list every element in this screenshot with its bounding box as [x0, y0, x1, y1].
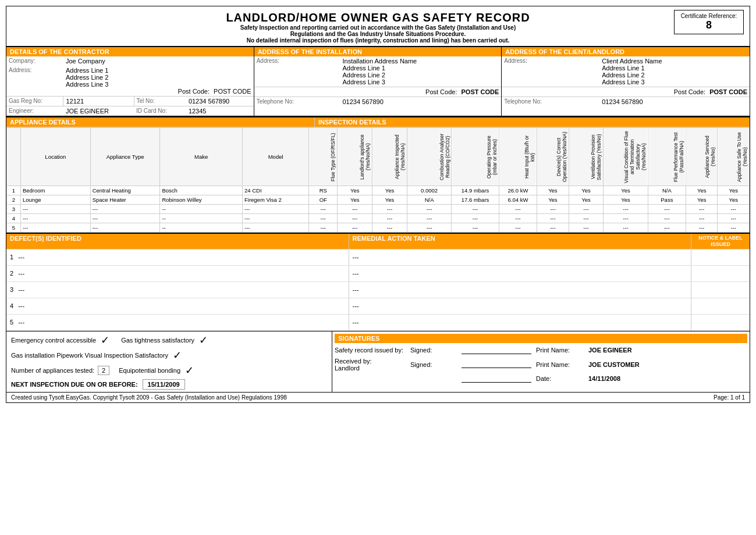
check-mark-2: ✓	[199, 334, 208, 347]
company-value: Joe Company	[63, 56, 254, 66]
checks-left: Emergency control accessible ✓ Gas tight…	[6, 331, 332, 392]
table-row: Post Code: POST CODE	[254, 87, 502, 97]
notice-cell	[691, 249, 750, 265]
page-title: LANDLORD/HOME OWNER GAS SAFETY RECORD	[6, 11, 750, 24]
next-inspection-label: NEXT INSPECTION DUE ON OR BEFORE:	[11, 381, 138, 388]
col-appliance-safe: Appliance Safe To Use (Yes/No)	[718, 128, 750, 186]
cert-ref-label: Certificate Reference:	[679, 13, 739, 19]
signatures-header: SIGNATURES	[335, 334, 747, 343]
next-inspection-row: NEXT INSPECTION DUE ON OR BEFORE: 15/11/…	[11, 379, 327, 390]
col-flue-type: Flue Type (OF/RS/FL)	[309, 128, 338, 186]
client-postcode-label: Post Code:	[674, 88, 705, 95]
client-table: Address: Client Address Name Address Lin…	[502, 56, 750, 106]
client-address-name: Client Address Name	[602, 58, 747, 65]
appliance-tbody: 1BedroomCentral HeatingBosch24 CDIRSYesY…	[7, 186, 750, 233]
contractor-table: Company: Joe Company Address: Address Li…	[6, 56, 254, 116]
table-row: Gas Reg No: 12121 Tel No: 01234 567890	[6, 97, 254, 106]
info-columns: DETAILS OF THE CONTRACTOR Company: Joe C…	[6, 46, 750, 116]
sig-row-date: Date: 14/11/2008	[335, 375, 747, 383]
gas-reg-label: Gas Reg No:	[6, 97, 63, 106]
notice-cell	[691, 266, 750, 281]
client-header: ADDRESS OF THE CLIENT/LANDLORD	[502, 47, 750, 56]
table-row: 5---------------------------------------…	[7, 223, 750, 233]
inst-tel-label: Telephone No:	[254, 97, 340, 107]
client-address-line3: Address Line 3	[602, 79, 747, 85]
subtitle3: No detailed internal inspection of flues…	[6, 37, 750, 44]
defects-rows: 1------2------3------4------5------	[6, 249, 750, 331]
page: Certificate Reference: 8 LANDLORD/HOME O…	[6, 6, 750, 403]
check-row-3: Number of appliances tested: 2 Equipoten…	[11, 364, 327, 377]
id-value: 12345	[186, 106, 254, 116]
footer-right: Page: 1 of 1	[714, 394, 745, 401]
col-location: Location	[20, 128, 90, 186]
defect-left: 1---	[6, 249, 349, 265]
inst-address-line2: Address Line 2	[342, 72, 499, 79]
bottom-section: Emergency control accessible ✓ Gas tight…	[6, 331, 750, 392]
col-operating-pressure: Operating Pressure (mbar or inches)	[452, 128, 499, 186]
check-mark-4: ✓	[185, 364, 194, 377]
sig-row-1: Safety record issued by: Signed: Print N…	[335, 347, 747, 354]
emergency-control-label: Emergency control accessible	[11, 337, 96, 344]
address-label: Address:	[6, 66, 63, 97]
col-landlord: Landlord's appliance (Yes/No/NA)	[338, 128, 372, 186]
inst-postcode-label: Post Code:	[425, 88, 457, 95]
print-name-label-1: Print Name:	[536, 347, 588, 354]
defect-row-container: 2------	[6, 266, 750, 282]
issued-by-label: Safety record issued by:	[335, 347, 410, 354]
defect-row-container: 1------	[6, 249, 750, 266]
footer: Created using Tysoft EasyGas. Copyright …	[6, 392, 750, 402]
defect-left: 3---	[6, 282, 349, 298]
engineer-label: Engineer:	[6, 106, 63, 116]
installation-section: ADDRESS OF THE INSTALLATION Address: Ins…	[254, 47, 502, 116]
num-appliances-value: 2	[98, 366, 109, 375]
received-by-label: Received by: Landlord	[335, 358, 410, 372]
client-tel-label: Telephone No:	[502, 97, 599, 107]
appliance-table: Location Appliance Type Make Model Flue …	[6, 127, 750, 233]
defect-right: ---	[349, 298, 692, 314]
customer-print-name: JOE CUSTOMER	[588, 361, 658, 368]
table-row: Address: Installation Address Name Addre…	[254, 56, 502, 87]
appliance-details-header: APPLIANCE DETAILS	[6, 117, 315, 127]
gas-reg-value: 12121	[63, 97, 134, 106]
subtitle2: Regulations and the Gas Industry Unsafe …	[6, 31, 750, 37]
client-address-label: Address:	[502, 56, 599, 87]
check-row-1: Emergency control accessible ✓ Gas tight…	[11, 334, 327, 347]
col-type: Appliance Type	[90, 128, 160, 186]
address-line2: Address Line 2	[66, 74, 251, 81]
defect-row-container: 3------	[6, 282, 750, 298]
tel-label: Tel No:	[134, 97, 186, 106]
col-appliance-inspected: Appliance Inspected (Yes/No/NA)	[372, 128, 407, 186]
header: Certificate Reference: 8 LANDLORD/HOME O…	[6, 6, 750, 46]
inst-postcode-row: Post Code: POST CODE	[254, 87, 502, 97]
defect-row-container: 4------	[6, 298, 750, 315]
sig-line-date	[462, 375, 531, 383]
table-row: Telephone No: 01234 567890	[254, 97, 502, 107]
table-row: Company: Joe Company	[6, 56, 254, 66]
sig-line-2	[462, 361, 531, 368]
defects-section: DEFECT(S) IDENTIFIED REMEDIAL ACTION TAK…	[6, 233, 750, 331]
gas-tightness-label: Gas tightness satisfactory	[121, 337, 194, 344]
subtitle1: Safety Inspection and reporting carried …	[6, 24, 750, 31]
engineer-print-name: JOE EGINEER	[588, 347, 658, 354]
postcode-label: Post Code:	[178, 88, 210, 95]
inst-address-line1: Address Line 1	[342, 65, 499, 72]
inspection-details-header: INSPECTION DETAILS	[315, 117, 750, 127]
date-label: Date:	[536, 375, 588, 382]
defect-right: ---	[349, 315, 692, 330]
signed-label-1: Signed:	[410, 347, 457, 354]
table-row: 1BedroomCentral HeatingBosch24 CDIRSYesY…	[7, 186, 750, 195]
table-row: Address: Client Address Name Address Lin…	[502, 56, 750, 87]
client-section: ADDRESS OF THE CLIENT/LANDLORD Address: …	[502, 47, 750, 116]
client-address-lines: Client Address Name Address Line 1 Addre…	[599, 56, 750, 87]
col-make: Make	[160, 128, 243, 186]
address-line3: Address Line 3	[66, 81, 251, 88]
appliance-section: APPLIANCE DETAILS INSPECTION DETAILS	[6, 116, 750, 233]
check-row-2: Gas installation Pipework Visual Inspect…	[11, 349, 327, 362]
col-ventilation: Ventilation Provision Satisfactory (Yes/…	[569, 128, 604, 186]
table-row: Address: Address Line 1 Address Line 2 A…	[6, 66, 254, 97]
inst-tel-value: 01234 567890	[340, 97, 501, 107]
notice-cell	[691, 315, 750, 330]
client-address-line2: Address Line 2	[602, 72, 747, 79]
notice-cell	[691, 298, 750, 314]
table-row: 2LoungeSpace HeaterRobinson WilleyFirege…	[7, 195, 750, 205]
